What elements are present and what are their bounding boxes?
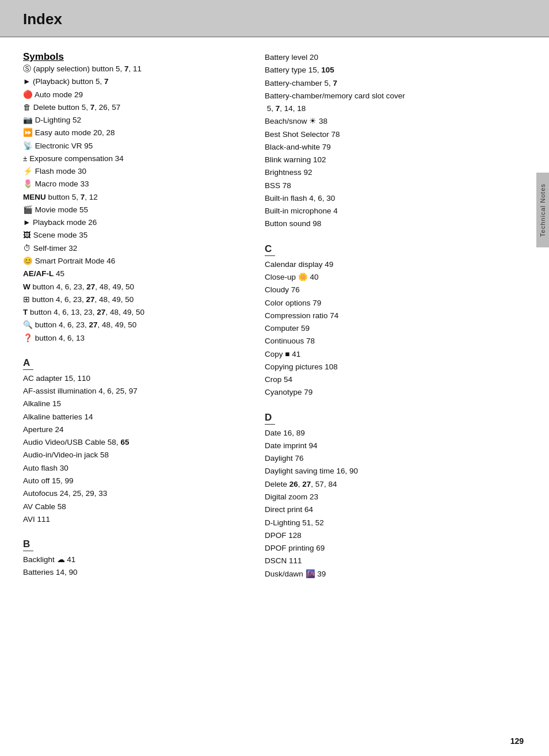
sym-flash: ⚡ Flash mode 30 bbox=[23, 167, 86, 175]
b-continued-entries: Battery level 20 Battery type 15, 105 Ba… bbox=[265, 51, 526, 231]
section-c-entries: Calendar display 49 Close-up 🌼 40 Cloudy… bbox=[265, 258, 526, 399]
sym-scene: 🖼 Scene mode 35 bbox=[23, 231, 87, 239]
sym-help-btn: ❓ button 4, 6, 13 bbox=[23, 334, 85, 342]
section-b-entries: Backlight ☁ 41 Batteries 14, 90 bbox=[23, 553, 242, 579]
sym-exp-comp: ± Exposure compensation 34 bbox=[23, 154, 124, 163]
technical-notes-label: Technical Notes bbox=[539, 184, 546, 237]
page: Index Symbols Ⓢ (apply selection) button… bbox=[0, 0, 549, 756]
section-d-entries: Date 16, 89 Date imprint 94 Daylight 76 … bbox=[265, 427, 526, 581]
sym-easy-auto: ⏩ Easy auto mode 20, 28 bbox=[23, 128, 115, 137]
page-title: Index bbox=[23, 10, 526, 28]
section-a: A AC adapter 15, 110 AF-assist illuminat… bbox=[23, 347, 242, 526]
sym-selftimer: ⏱ Self-timer 32 bbox=[23, 244, 77, 253]
section-a-entries: AC adapter 15, 110 AF-assist illuminatio… bbox=[23, 372, 242, 526]
sym-delete-btn: 🗑 Delete button 5, 7, 26, 57 bbox=[23, 103, 120, 112]
section-d-letter: D bbox=[265, 412, 275, 425]
symbols-section: Symbols Ⓢ (apply selection) button 5, 7,… bbox=[23, 51, 242, 345]
left-column: Symbols Ⓢ (apply selection) button 5, 7,… bbox=[23, 51, 242, 583]
right-column: Battery level 20 Battery type 15, 105 Ba… bbox=[265, 51, 526, 583]
symbols-heading: Symbols bbox=[23, 51, 242, 63]
symbols-entries: Ⓢ (apply selection) button 5, 7, 11 ► (P… bbox=[23, 63, 242, 345]
section-a-letter: A bbox=[23, 357, 33, 370]
b-continued: Battery level 20 Battery type 15, 105 Ba… bbox=[265, 51, 526, 231]
section-d: D Date 16, 89 Date imprint 94 Daylight 7… bbox=[265, 402, 526, 581]
sym-aeafl: AE/AF‑L 45 bbox=[23, 269, 64, 278]
sym-movie: 🎬 Movie mode 55 bbox=[23, 205, 88, 214]
technical-notes-tab: Technical Notes bbox=[536, 173, 549, 247]
sym-zoom-btn: 🔍 button 4, 6, 23, 27, 48, 49, 50 bbox=[23, 320, 136, 329]
sym-w-btn: W button 4, 6, 23, 27, 48, 49, 50 bbox=[23, 282, 134, 291]
sym-t-btn: T button 4, 6, 13, 23, 27, 48, 49, 50 bbox=[23, 308, 144, 316]
section-b: B Backlight ☁ 41 Batteries 14, 90 bbox=[23, 528, 242, 579]
sym-ok: Ⓢ (apply selection) button 5, 7, 11 bbox=[23, 64, 142, 73]
section-b-letter: B bbox=[23, 539, 33, 551]
section-c: C Calendar display 49 Close-up 🌼 40 Clou… bbox=[265, 233, 526, 399]
sym-macro: 🌷 Macro mode 33 bbox=[23, 180, 89, 188]
sym-dlighting: 📷 D-Lighting 52 bbox=[23, 116, 81, 124]
index-content: Symbols Ⓢ (apply selection) button 5, 7,… bbox=[0, 37, 549, 597]
section-c-letter: C bbox=[265, 243, 275, 256]
sym-evr: 📡 Electronic VR 95 bbox=[23, 142, 93, 150]
sym-portrait: 😊 Smart Portrait Mode 46 bbox=[23, 257, 115, 265]
sym-playback-btn: ► (Playback) button 5, 7 bbox=[23, 77, 108, 86]
page-header: Index bbox=[0, 0, 549, 37]
sym-grid-btn: ⊞ button 4, 6, 23, 27, 48, 49, 50 bbox=[23, 295, 134, 304]
page-number: 129 bbox=[510, 736, 524, 746]
sym-menu-btn: MENU button 5, 7, 12 bbox=[23, 193, 98, 201]
sym-auto-mode: 🔴 Auto mode 29 bbox=[23, 90, 83, 99]
sym-playback-mode: ► Playback mode 26 bbox=[23, 218, 97, 227]
